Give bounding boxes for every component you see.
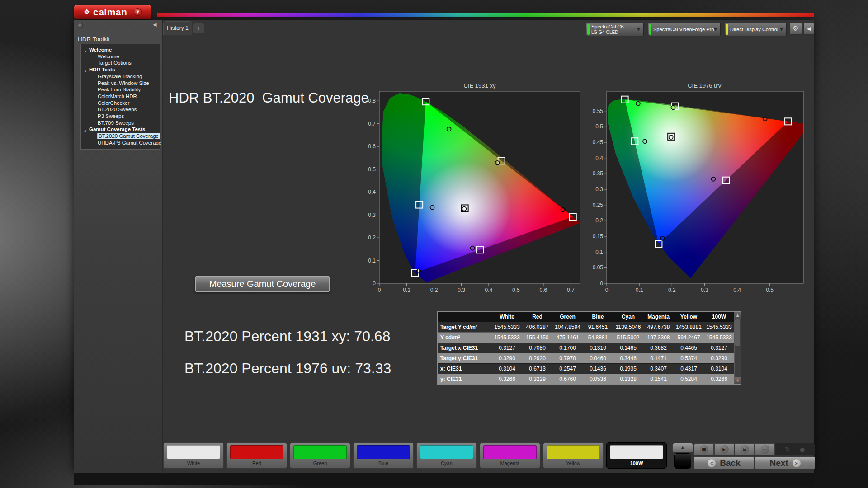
stop-button[interactable]: ■ bbox=[694, 443, 714, 455]
table-cell: 0.3104 bbox=[704, 366, 734, 372]
back-chevrons-icon: « bbox=[708, 459, 716, 467]
table-cell: 0.3229 bbox=[522, 376, 552, 382]
menu-item-label: P3 Sweeps bbox=[98, 113, 124, 119]
calman-diamond-icon: ❖ bbox=[84, 8, 90, 16]
pattern-panel-up-button[interactable]: ▲ bbox=[672, 443, 693, 452]
svg-text:0.3: 0.3 bbox=[701, 287, 708, 293]
menu-group-welcome[interactable]: ◢Welcome bbox=[81, 47, 160, 53]
scrollbar-thumb[interactable] bbox=[735, 319, 740, 346]
table-cell: 475.1461 bbox=[552, 334, 583, 341]
refresh-icon[interactable]: ↻ bbox=[785, 446, 790, 453]
svg-text:0.15: 0.15 bbox=[593, 233, 604, 239]
page-title: HDR BT.2020 Gamut Coverage bbox=[169, 90, 369, 106]
sidebar-handle-dot[interactable] bbox=[78, 23, 83, 28]
row-label: Target y:CIE31 bbox=[438, 355, 492, 361]
record-icon[interactable]: ● bbox=[800, 446, 805, 453]
pattern-swatch-green[interactable]: Green bbox=[290, 442, 350, 469]
back-button[interactable]: « Back bbox=[694, 456, 754, 469]
device-dropdown-direct-display-control[interactable]: Direct Display Control▼ bbox=[725, 23, 787, 36]
table-cell: 0.3104 bbox=[492, 366, 522, 372]
cie-1931-chart: CIE 1931 xy 00.10.20.30.40.50.60.700.10.… bbox=[360, 82, 585, 297]
table-cell: 0.3407 bbox=[643, 366, 674, 372]
table-cell: 1453.8881 bbox=[674, 324, 704, 330]
logo-dropdown-button[interactable]: ▼ bbox=[134, 8, 142, 16]
sidebar-item-p3-sweeps[interactable]: P3 Sweeps bbox=[81, 113, 160, 120]
pattern-swatch-yellow[interactable]: Yellow bbox=[543, 442, 604, 469]
play-button[interactable]: ▶ bbox=[714, 443, 734, 455]
measure-gamut-coverage-button[interactable]: Measure Gamut Coverage bbox=[195, 276, 330, 292]
svg-text:0.5: 0.5 bbox=[368, 166, 376, 173]
sidebar-item-peak-lum-stability[interactable]: Peak Lum Stability bbox=[81, 86, 160, 93]
scroll-up-icon[interactable]: ▲ bbox=[735, 312, 741, 319]
menu-group-gamut-coverage-tests[interactable]: ◢Gamut Coverage Tests bbox=[81, 126, 160, 133]
svg-text:0.1: 0.1 bbox=[595, 249, 603, 255]
table-cell: 0.3682 bbox=[643, 345, 674, 351]
pattern-label: Green bbox=[290, 460, 350, 466]
pattern-swatch-cyan[interactable]: Cyan bbox=[416, 442, 477, 469]
scroll-down-icon[interactable]: ▼ bbox=[735, 377, 741, 384]
pattern-color bbox=[293, 445, 347, 459]
chevron-down-icon: ▼ bbox=[637, 27, 640, 32]
status-strip bbox=[726, 24, 728, 35]
pattern-window-button[interactable]: ⊟ bbox=[735, 443, 755, 455]
sidebar-item-welcome[interactable]: Welcome bbox=[81, 53, 160, 60]
chart-title-1931: CIE 1931 xy bbox=[379, 82, 580, 89]
table-cell: 0.2547 bbox=[552, 366, 583, 372]
table-scrollbar[interactable]: ▲▼ bbox=[734, 312, 741, 384]
table-cell: 0.1436 bbox=[583, 366, 613, 372]
right-panel-collapse-button[interactable]: ◀ bbox=[803, 22, 814, 35]
pattern-swatch-row: WhiteRedGreenBlueCyanMagentaYellow100W bbox=[163, 442, 667, 469]
device-dropdown-row: SpectraCal C6LG G4 OLED▼SpectraCal Video… bbox=[586, 23, 787, 36]
svg-text:0.6: 0.6 bbox=[368, 143, 376, 150]
pattern-swatch-magenta[interactable]: Magenta bbox=[480, 442, 540, 469]
status-strip bbox=[587, 24, 590, 35]
tab-history-1[interactable]: History 1 bbox=[163, 21, 192, 35]
table-cell: 0.0460 bbox=[583, 355, 613, 361]
svg-text:0.2: 0.2 bbox=[668, 287, 676, 293]
table-cell: 594.2467 bbox=[674, 334, 704, 341]
menu-item-label: Welcome bbox=[98, 54, 119, 59]
device-dropdown-spectracal-c6[interactable]: SpectraCal C6LG G4 OLED▼ bbox=[586, 23, 644, 36]
table-cell: 406.0287 bbox=[522, 324, 552, 330]
sidebar-item-bt-709-sweeps[interactable]: BT.709 Sweeps bbox=[81, 120, 160, 127]
sidebar-item-colormatch-hdr[interactable]: ColorMatch HDR bbox=[81, 93, 160, 100]
chevron-down-icon: ▼ bbox=[780, 27, 783, 32]
window-bottom-bar bbox=[74, 473, 814, 485]
pattern-color bbox=[610, 445, 663, 459]
sidebar-item-colorchecker[interactable]: ColorChecker bbox=[81, 100, 160, 107]
sidebar-item-uhda-p3-gamut-coverage[interactable]: UHDA-P3 Gamut Coverage bbox=[81, 140, 160, 146]
sidebar-item-bt-2020-sweeps[interactable]: BT.2020 Sweeps bbox=[81, 106, 160, 113]
loop-button[interactable]: ∞ bbox=[755, 443, 775, 455]
spectrum-gradient-bar bbox=[157, 13, 814, 17]
next-label: Next bbox=[769, 458, 788, 468]
pattern-swatch-white[interactable]: White bbox=[163, 442, 224, 469]
calman-logo-menu-button[interactable]: ❖ calman ▼ bbox=[74, 5, 151, 19]
menu-group-label: Welcome bbox=[89, 47, 112, 52]
sidebar-item-bt-2020-gamut-coverage[interactable]: BT.2020 Gamut Coverage bbox=[81, 133, 160, 140]
table-cell: 497.6738 bbox=[643, 324, 674, 330]
svg-text:0: 0 bbox=[600, 280, 603, 286]
svg-text:0.7: 0.7 bbox=[368, 121, 376, 127]
sidebar-item-grayscale-tracking[interactable]: Grayscale Tracking bbox=[81, 73, 160, 80]
device-label: SpectraCal C6 bbox=[591, 24, 624, 30]
table-cell: 515.5002 bbox=[613, 334, 643, 341]
device-dropdown-spectracal-videoforge-pro[interactable]: SpectraCal VideoForge Pro▼ bbox=[648, 23, 721, 36]
svg-text:0.25: 0.25 bbox=[593, 202, 604, 208]
pattern-preview-toggle[interactable] bbox=[674, 453, 691, 469]
settings-gear-button[interactable]: ⚙ bbox=[789, 22, 802, 35]
pattern-swatch-red[interactable]: Red bbox=[226, 442, 287, 469]
next-button[interactable]: Next » bbox=[755, 456, 815, 469]
sidebar-item-peak-vs-window-size[interactable]: Peak vs. Window Size bbox=[81, 80, 160, 87]
table-cell: 155.4150 bbox=[522, 334, 552, 341]
table-cell: 91.6451 bbox=[583, 324, 613, 330]
pattern-swatch-blue[interactable]: Blue bbox=[353, 442, 414, 469]
menu-group-hdr-tests[interactable]: ◢HDR Tests bbox=[81, 66, 160, 73]
menu-item-label: BT.2020 Gamut Coverage bbox=[98, 133, 160, 139]
sidebar-item-target-options[interactable]: Target Options bbox=[81, 60, 160, 66]
play-icon: ▶ bbox=[720, 445, 729, 454]
table-cell: 0.3290 bbox=[492, 355, 522, 361]
pattern-swatch-100w[interactable]: 100W bbox=[606, 442, 667, 469]
pattern-window-icon: ⊟ bbox=[741, 445, 749, 454]
add-tab-button[interactable]: + bbox=[193, 23, 204, 33]
sidebar-collapse-icon[interactable]: ◀ bbox=[153, 22, 156, 28]
